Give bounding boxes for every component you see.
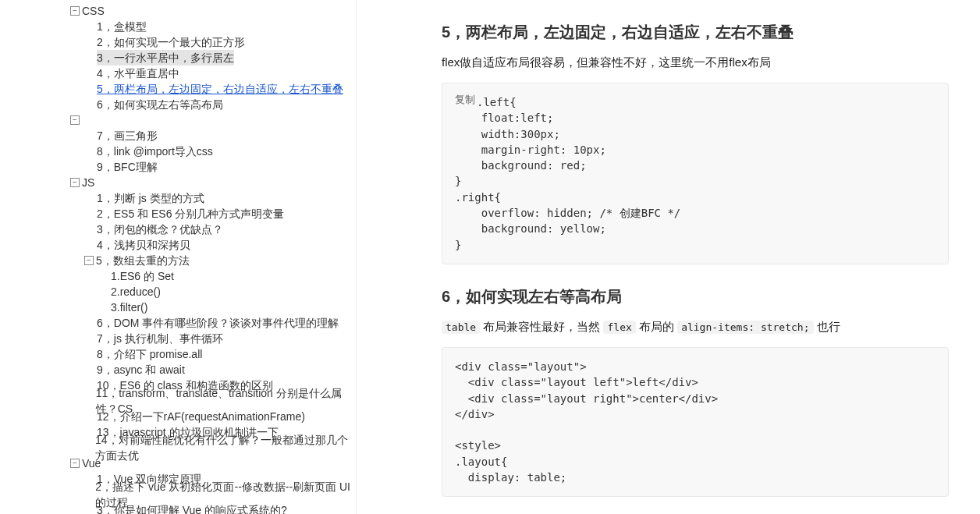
outline-item[interactable]: 2，描述下 vue 从初始化页面--修改数据--刷新页面 UI 的过程 [0,487,356,502]
inline-code: flex [603,321,635,334]
outline-item[interactable]: 2，ES5 和 ES6 分别几种方式声明变量 [0,206,356,222]
collapse-icon[interactable]: − [70,6,80,16]
outline-item[interactable]: 14，对前端性能优化有什么了解？一般都通过那几个方面去优 [0,440,356,456]
outline-label[interactable]: 2，ES5 和 ES6 分别几种方式声明变量 [97,206,284,222]
outline-item[interactable]: 4，水平垂直居中 [0,66,356,81]
collapse-icon[interactable]: − [84,256,94,265]
outline-label[interactable]: 14，对前端性能优化有什么了解？一般都通过那几个方面去优 [95,432,356,463]
outline-item[interactable]: 6，如何实现左右等高布局 [0,97,356,112]
outline-item[interactable]: 9，BFC理解 [0,159,356,175]
outline-label[interactable]: 2，如何实现一个最大的正方形 [97,34,245,50]
outline-label[interactable]: 9，BFC理解 [97,159,158,175]
code-text: <div class="layout"> <div class="layout … [455,360,718,484]
outline-label[interactable]: 4，浅拷贝和深拷贝 [97,237,190,253]
outline-item[interactable]: −5，数组去重的方法 [0,253,356,268]
section-desc-5: flex做自适应布局很容易，但兼容性不好，这里统一不用flex布局 [442,55,949,70]
outline-label[interactable]: CSS [82,3,105,19]
section-heading-5: 5，两栏布局，左边固定，右边自适应，左右不重叠 [442,22,949,43]
code-block-6: <div class="layout"> <div class="layout … [442,347,949,497]
collapse-icon[interactable]: − [70,178,80,187]
outline-label[interactable]: 6，如何实现左右等高布局 [97,97,223,112]
outline-section[interactable]: − [0,112,356,128]
outline-label[interactable]: 6，DOM 事件有哪些阶段？谈谈对事件代理的理解 [97,315,339,331]
outline-label[interactable]: 2.reduce() [111,284,161,300]
inline-code: align-items: stretch; [677,321,813,334]
outline-item[interactable]: 1，判断 js 类型的方式 [0,190,356,206]
outline-item[interactable]: 6，DOM 事件有哪些阶段？谈谈对事件代理的理解 [0,315,356,331]
outline-label[interactable]: 8，link @import导入css [97,144,213,159]
collapse-icon[interactable]: − [70,459,80,468]
section-desc-6: table 布局兼容性最好，当然 flex 布局的 align-items: s… [442,320,949,335]
outline-item[interactable]: 3，闭包的概念？优缺点？ [0,222,356,237]
outline-label[interactable]: 3，你是如何理解 Vue 的响应式系统的? [97,502,287,514]
inline-code: table [442,321,480,334]
outline-label[interactable]: 3，闭包的概念？优缺点？ [97,222,223,237]
outline-label[interactable]: JS [82,175,94,190]
collapse-icon[interactable]: − [70,115,80,125]
outline-item[interactable]: 11，transform、translate、transition 分别是什么属… [0,393,356,409]
outline-item[interactable]: 5，两栏布局，左边固定，右边自适应，左右不重叠 [0,81,356,97]
outline-item[interactable]: 12，介绍一下rAF(requestAnimationFrame) [0,409,356,424]
outline-label[interactable]: 3.filter() [111,300,147,315]
outline-label[interactable]: 3，一行水平居中，多行居左 [97,50,234,66]
code-block-5: 复制复制.left{ float:left; width:300px; marg… [442,83,949,264]
outline-section[interactable]: −JS [0,175,356,190]
outline-item[interactable]: 8，介绍下 promise.all [0,346,356,362]
outline-item[interactable]: 1，盒模型 [0,19,356,34]
outline-section[interactable]: −CSS [0,3,356,19]
outline-label[interactable]: 1，判断 js 类型的方式 [97,190,204,206]
outline-item[interactable]: 2，如何实现一个最大的正方形 [0,34,356,50]
outline-label[interactable]: 9，async 和 await [97,362,185,378]
outline-item[interactable]: 3，一行水平居中，多行居左 [0,50,356,66]
outline-item[interactable]: 9，async 和 await [0,362,356,378]
outline-item[interactable]: 1.ES6 的 Set [0,268,356,284]
main-content[interactable]: 5，两栏布局，左边固定，右边自适应，左右不重叠 flex做自适应布局很容易，但兼… [356,0,980,514]
outline-label[interactable]: 1，盒模型 [97,19,147,34]
copy-button[interactable]: 复制 [455,93,475,107]
code-text: .left{ float:left; width:300px; margin-r… [455,96,680,251]
outline-label[interactable]: 8，介绍下 promise.all [97,346,202,362]
outline-label[interactable]: 12，介绍一下rAF(requestAnimationFrame) [97,409,305,424]
outline-label[interactable]: 5，两栏布局，左边固定，右边自适应，左右不重叠 [97,81,343,97]
outline-item[interactable]: 8，link @import导入css [0,144,356,159]
outline-label[interactable]: 7，js 执行机制、事件循环 [97,331,223,346]
pane-divider [356,0,357,514]
outline-label[interactable]: 1.ES6 的 Set [111,268,174,284]
outline-label[interactable]: Vue [82,456,101,471]
outline-label[interactable]: 4，水平垂直居中 [97,66,179,81]
outline-item[interactable]: 7，画三角形 [0,128,356,144]
outline-item[interactable]: 7，js 执行机制、事件循环 [0,331,356,346]
outline-label[interactable]: 5，数组去重的方法 [96,253,190,268]
section-heading-6: 6，如何实现左右等高布局 [442,286,949,307]
outline-label[interactable]: 7，画三角形 [97,128,158,144]
outline-item[interactable]: 3.filter() [0,300,356,315]
outline-sidebar[interactable]: −CSS1，盒模型2，如何实现一个最大的正方形3，一行水平居中，多行居左4，水平… [0,0,356,514]
outline-item[interactable]: 2.reduce() [0,284,356,300]
outline-item[interactable]: 4，浅拷贝和深拷贝 [0,237,356,253]
